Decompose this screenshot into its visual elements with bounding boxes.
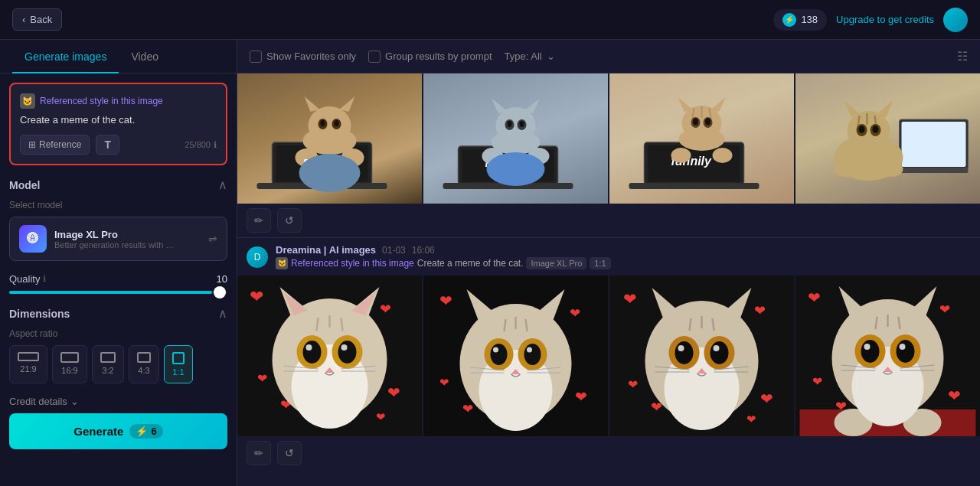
svg-point-14 — [299, 154, 361, 192]
svg-point-35 — [671, 148, 691, 163]
ref-mini-avatar: 🐱 — [276, 257, 288, 269]
aspect-3-2[interactable]: 3:2 — [92, 345, 124, 383]
svg-text:❤: ❤ — [628, 378, 638, 391]
svg-text:❤: ❤ — [376, 410, 386, 423]
model-settings-button[interactable]: ⇌ — [208, 233, 217, 245]
image-cell-1[interactable]: Funnily — [237, 73, 422, 204]
reference-button[interactable]: ⊞ Reference — [20, 135, 90, 155]
svg-text:❤: ❤ — [439, 376, 449, 389]
aspect-1-1[interactable]: 1:1 — [164, 345, 193, 383]
tab-video[interactable]: Video — [119, 40, 171, 73]
svg-text:❤: ❤ — [387, 384, 400, 401]
dimensions-section: Dimensions ∧ Aspect ratio 21:9 16:9 — [9, 306, 227, 383]
credit-details-label: Credit details — [9, 396, 67, 407]
archive-button[interactable]: ☷ — [957, 49, 968, 64]
show-favorites-checkbox[interactable] — [250, 51, 262, 63]
aspect-shape-21-9 — [18, 352, 39, 361]
group-by-prompt-item[interactable]: Group results by prompt — [368, 51, 492, 63]
model-info: Image XL Pro Better generation results w… — [54, 229, 201, 250]
aspect-4-3[interactable]: 4:3 — [129, 345, 159, 383]
svg-text:❤: ❤ — [250, 287, 263, 306]
gen-model-badge: Image XL Pro — [526, 257, 586, 269]
gallery-scroll[interactable]: Funnily — [237, 73, 980, 486]
quality-slider-thumb[interactable] — [214, 286, 226, 298]
prompt-ref-label: Referenced style in this image — [40, 96, 163, 106]
gen-prompt-ref: 🐱 Referenced style in this image Create … — [276, 257, 611, 269]
svg-point-128 — [710, 341, 729, 364]
image-cell-7[interactable]: ❤ ❤ ❤ ❤ ❤ ❤ ❤ — [609, 276, 794, 436]
image-cell-2[interactable]: Funnily — [423, 73, 608, 204]
svg-point-154 — [861, 340, 880, 363]
model-card[interactable]: 🅐 Image XL Pro Better generation results… — [9, 217, 227, 261]
back-button[interactable]: ‹ Back — [12, 8, 62, 31]
type-select-item[interactable]: Type: All ⌄ — [505, 51, 555, 62]
aspect-label-3-2: 3:2 — [102, 366, 113, 375]
sidebar-tabs: Generate images Video — [0, 40, 237, 73]
dimensions-section-header: Dimensions ∧ — [9, 306, 227, 321]
svg-marker-151 — [910, 286, 937, 318]
svg-point-156 — [864, 344, 871, 350]
aspect-label-1-1: 1:1 — [172, 367, 184, 377]
upgrade-button[interactable]: Upgrade to get credits — [836, 14, 934, 25]
svg-point-130 — [714, 345, 720, 351]
dimensions-collapse-icon[interactable]: ∧ — [218, 306, 227, 321]
svg-point-12 — [335, 120, 339, 126]
text-style-button[interactable]: T — [96, 135, 119, 155]
image-cell-5[interactable]: ❤ ❤ ❤ ❤ ❤ ❤ ❤ — [237, 276, 422, 436]
svg-marker-55 — [877, 100, 893, 117]
char-count: 25/800 ℹ — [185, 140, 217, 150]
topbar-right: ⚡ 138 Upgrade to get credits — [773, 8, 968, 32]
image-cell-6[interactable]: ❤ ❤ ❤ ❤ ❤ ❤ — [423, 276, 608, 436]
group-by-prompt-checkbox[interactable] — [368, 51, 381, 63]
regenerate-button-1[interactable]: ↺ — [277, 208, 302, 233]
gen-ratio-badge: 1:1 — [590, 257, 610, 269]
regenerate-button-2[interactable]: ↺ — [277, 441, 302, 465]
generate-label: Generate — [74, 425, 123, 438]
svg-rect-49 — [892, 168, 969, 173]
edit-button-1[interactable]: ✏ — [247, 208, 271, 233]
svg-marker-8 — [340, 96, 355, 112]
edit-button-2[interactable]: ✏ — [247, 441, 271, 465]
generate-button[interactable]: Generate ⚡ 6 — [9, 413, 227, 449]
main-layout: Generate images Video 🐱 Referenced style… — [0, 40, 980, 486]
refresh-icon-1: ↺ — [285, 214, 294, 227]
gen-time: 16:06 — [412, 245, 435, 256]
image-cell-4[interactable] — [795, 73, 980, 204]
svg-marker-124 — [723, 288, 752, 319]
aspect-16-9[interactable]: 16:9 — [52, 345, 87, 383]
aspect-21-9[interactable]: 21:9 — [9, 345, 47, 383]
svg-point-155 — [897, 340, 915, 363]
quality-slider-track[interactable] — [9, 291, 227, 294]
svg-text:❤: ❤ — [939, 302, 950, 317]
gen-avatar: D — [247, 246, 268, 268]
model-section: Model ∧ Select model 🅐 Image XL Pro Bett… — [9, 178, 227, 261]
first-image-row: Funnily — [237, 73, 980, 204]
credit-details[interactable]: Credit details ⌄ — [9, 396, 227, 407]
reference-icon: ⊞ — [28, 139, 36, 150]
prompt-text[interactable]: Create a meme of the cat. — [20, 113, 217, 127]
svg-point-45 — [693, 119, 698, 126]
image-cell-3[interactable]: funnily — [609, 73, 794, 204]
chevron-down-icon: ⌄ — [70, 396, 79, 407]
prompt-ref-tag: Referenced style in this image — [40, 96, 163, 106]
model-name: Image XL Pro — [54, 229, 201, 240]
credit-cost-value: 6 — [151, 426, 156, 437]
quality-value: 10 — [217, 273, 227, 285]
select-model-label: Select model — [9, 200, 227, 210]
info-icon: ℹ — [214, 140, 217, 150]
aspect-shape-4-3 — [137, 352, 151, 363]
show-favorites-item[interactable]: Show Favorites only — [250, 51, 356, 63]
avatar[interactable] — [943, 8, 968, 32]
svg-text:❤: ❤ — [257, 372, 267, 385]
tab-generate-images[interactable]: Generate images — [12, 40, 119, 73]
svg-point-61 — [859, 126, 865, 133]
svg-text:❤: ❤ — [570, 306, 580, 321]
gen-title: Dreamina | AI images — [276, 244, 376, 256]
model-section-title: Model — [9, 179, 40, 191]
model-collapse-icon[interactable]: ∧ — [218, 178, 227, 192]
svg-point-36 — [713, 148, 733, 163]
image-cell-8[interactable]: ❤ ❤ ❤ ❤ ❤ ❤ — [795, 276, 980, 436]
aspect-options: 21:9 16:9 3:2 4:3 — [9, 345, 227, 383]
dimensions-title: Dimensions — [9, 308, 70, 320]
first-action-bar: ✏ ↺ — [237, 204, 980, 237]
